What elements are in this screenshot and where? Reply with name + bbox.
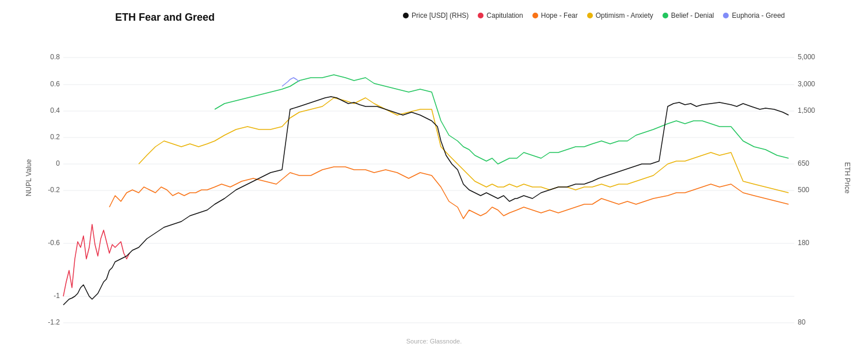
legend-label-belief-denial: Belief - Denial	[671, 12, 714, 20]
legend-label-capitulation: Capitulation	[486, 12, 523, 20]
svg-text:0.2: 0.2	[50, 133, 60, 141]
svg-text:0.6: 0.6	[50, 80, 60, 88]
svg-text:180: 180	[798, 239, 809, 247]
legend-dot-price	[403, 13, 409, 18]
legend-label-optimism-anxiety: Optimism - Anxiety	[596, 12, 653, 20]
svg-text:Jul 2023: Jul 2023	[579, 327, 606, 328]
svg-text:Jul 2021: Jul 2021	[277, 327, 303, 328]
legend-item-price: Price [USD] (RHS)	[403, 12, 469, 20]
svg-text:0: 0	[56, 159, 60, 167]
svg-text:Jul 2024: Jul 2024	[730, 327, 756, 328]
svg-text:3,000: 3,000	[798, 80, 815, 88]
svg-text:5,000: 5,000	[798, 53, 815, 61]
svg-text:500: 500	[798, 186, 809, 194]
svg-text:-1.2: -1.2	[48, 318, 60, 326]
line-capitulation	[63, 224, 130, 296]
line-hope-fear	[109, 167, 789, 219]
legend-item-optimism-anxiety: Optimism - Anxiety	[587, 12, 653, 20]
legend-label-hope-fear: Hope - Fear	[541, 12, 578, 20]
chart-container: ETH Fear and Greed Price [USD] (RHS) Cap…	[0, 0, 868, 355]
svg-text:1,500: 1,500	[798, 106, 815, 114]
legend-item-capitulation: Capitulation	[478, 12, 523, 20]
legend: Price [USD] (RHS) Capitulation Hope - Fe…	[403, 12, 785, 20]
svg-text:Jul 2020: Jul 2020	[125, 327, 152, 328]
svg-text:Jan 2023: Jan 2023	[502, 327, 531, 328]
svg-text:Jul 2022: Jul 2022	[428, 327, 454, 328]
legend-item-hope-fear: Hope - Fear	[532, 12, 578, 20]
line-optimism-anxiety	[139, 98, 789, 193]
y-axis-left-label: NUPL Value	[25, 159, 33, 196]
svg-text:650: 650	[798, 159, 809, 167]
legend-dot-belief-denial	[663, 13, 668, 18]
legend-item-euphoria-greed: Euphoria - Greed	[723, 12, 785, 20]
legend-dot-euphoria-greed	[723, 13, 729, 18]
source-label: Source: Glassnode.	[406, 338, 462, 345]
legend-dot-hope-fear	[532, 13, 538, 18]
svg-text:Jan 2022: Jan 2022	[351, 327, 380, 328]
line-price	[63, 97, 789, 305]
svg-text:-0.6: -0.6	[48, 239, 60, 247]
legend-dot-capitulation	[478, 13, 484, 18]
main-chart: 0.8 0.6 0.4 0.2 0 -0.2 -0.6 -1 -1.2 5,00…	[35, 40, 823, 328]
legend-label-euphoria-greed: Euphoria - Greed	[732, 12, 785, 20]
svg-text:Jan 2020: Jan 2020	[49, 327, 78, 328]
svg-text:Jan 2024: Jan 2024	[653, 327, 682, 328]
legend-item-belief-denial: Belief - Denial	[663, 12, 714, 20]
svg-text:Jan 2021: Jan 2021	[200, 327, 229, 328]
svg-text:0.4: 0.4	[50, 106, 60, 114]
svg-text:80: 80	[798, 318, 806, 326]
legend-dot-optimism-anxiety	[587, 13, 593, 18]
svg-text:0.8: 0.8	[50, 53, 60, 61]
line-belief-denial	[215, 75, 789, 164]
chart-title: ETH Fear and Greed	[115, 12, 215, 24]
svg-text:-0.2: -0.2	[48, 186, 60, 194]
svg-text:-1: -1	[54, 292, 60, 300]
legend-label-price: Price [USD] (RHS)	[412, 12, 469, 20]
y-axis-right-label: ETH Price	[844, 162, 852, 193]
